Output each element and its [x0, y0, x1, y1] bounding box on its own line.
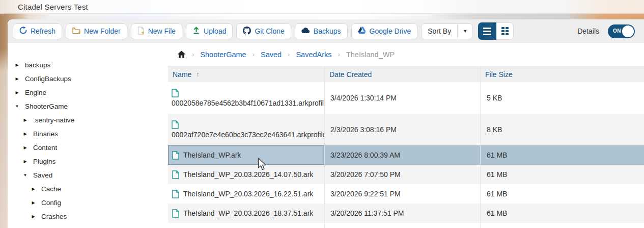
file-name-cell[interactable]: 0002af720e7e4e60bc3c73ec2e463641.arkprof…: [168, 114, 324, 145]
breadcrumb-item[interactable]: ShooterGame: [200, 50, 246, 59]
tree-item-cache[interactable]: ▶Cache: [8, 182, 168, 196]
new-file-button[interactable]: New File: [131, 23, 182, 39]
refresh-button[interactable]: Refresh: [13, 23, 62, 39]
chevron-collapsed-icon[interactable]: ▶: [14, 63, 20, 67]
chevron-collapsed-icon[interactable]: ▶: [14, 77, 20, 81]
sort-ascending-icon: ↑: [196, 70, 200, 78]
tree-item-label: Crashes: [41, 213, 67, 220]
grid-view-button[interactable]: [496, 22, 514, 40]
tree-item-engine[interactable]: ▶Engine: [8, 86, 168, 99]
chevron-collapsed-icon[interactable]: ▶: [22, 145, 28, 150]
table-header: Name ↑ Date Created File Size: [168, 66, 644, 82]
chevron-collapsed-icon[interactable]: ▶: [31, 214, 36, 219]
upload-icon: [192, 27, 200, 36]
column-header-date-created[interactable]: Date Created: [324, 66, 480, 82]
column-header-name[interactable]: Name ↑: [168, 66, 324, 82]
tree-item--sentry-native[interactable]: ▶.sentry-native: [8, 113, 168, 127]
window-title: Citadel Servers Test: [18, 3, 88, 11]
file-name: TheIsland_WP_20.03.2026_18.37.51.ark: [183, 209, 313, 217]
chevron-expanded-icon[interactable]: ▼: [22, 173, 28, 178]
file-name: 0002058e785e4562b3b4f10671ad1331.arkprof…: [172, 99, 324, 107]
tree-item-label: Plugins: [33, 158, 55, 165]
chevron-collapsed-icon[interactable]: ▶: [22, 159, 28, 164]
file-manager-panel: Refresh New Folder New File Upload Git C…: [8, 19, 644, 228]
tree-item-binaries[interactable]: ▶Binaries: [8, 127, 168, 141]
tree-item-config[interactable]: ▶Config: [8, 196, 168, 210]
file-size-cell: 61 MB: [480, 145, 644, 165]
breadcrumb-separator: ›: [192, 50, 194, 58]
tree-item-backups[interactable]: ▶backups: [8, 58, 168, 72]
list-view-button[interactable]: [478, 22, 496, 40]
file-name: TheIsland_WP_20.03.2026_16.22.51.ark: [183, 190, 313, 198]
file-name-cell[interactable]: TheIsland_WP_20.03.2026_14.07.50.ark: [168, 165, 324, 184]
file-icon: [172, 120, 179, 129]
tree-item-plugins[interactable]: ▶Plugins: [8, 155, 168, 168]
file-icon: [172, 190, 179, 198]
table-row[interactable]: TheIsland_WP_20.03.2026_16.22.51.ark3/20…: [168, 184, 644, 204]
file-name-cell[interactable]: 0002058e785e4562b3b4f10671ad1331.arkprof…: [168, 82, 324, 114]
table-row[interactable]: TheIsland_WP.ark3/23/2026 8:00:39 AM61 M…: [168, 145, 644, 165]
tree-item-label: .sentry-native: [33, 116, 74, 124]
file-name: TheIsland_WP.ark: [183, 151, 241, 159]
tree-item-label: Config: [41, 199, 61, 207]
file-name: 0002af720e7e4e60bc3c73ec2e463641.arkprof…: [172, 131, 324, 139]
tree-item-label: Cache: [41, 185, 61, 193]
new-folder-button[interactable]: New Folder: [66, 23, 127, 39]
title-bar: Citadel Servers Test: [0, 0, 644, 14]
table-row[interactable]: 0002058e785e4562b3b4f10671ad1331.arkprof…: [168, 82, 644, 114]
chevron-collapsed-icon[interactable]: ▶: [22, 132, 28, 136]
tree-item-logs[interactable]: ▶Logs: [8, 223, 168, 228]
tree-item-label: Content: [33, 144, 57, 151]
details-label: Details: [577, 27, 599, 35]
upload-button[interactable]: Upload: [186, 23, 233, 39]
details-toggle[interactable]: ON: [608, 24, 635, 38]
tree-item-saved[interactable]: ▼Saved: [8, 168, 168, 182]
file-size-cell: 61 MB: [480, 165, 644, 184]
toggle-knob: [622, 26, 634, 37]
tree-item-label: ConfigBackups: [25, 75, 71, 83]
column-header-file-size[interactable]: File Size: [480, 66, 644, 82]
file-size-cell: 61 MB: [480, 184, 644, 204]
date-created-cell: 3/20/2026 11:37:51 PM: [324, 204, 480, 223]
date-created-cell: 3/20/2026 7:07:50 PM: [324, 165, 480, 184]
table-row[interactable]: 0002af720e7e4e60bc3c73ec2e463641.arkprof…: [168, 114, 644, 145]
cloud-icon: [301, 27, 310, 35]
date-created-cell: 3/23/2026 8:00:39 AM: [324, 145, 480, 165]
chevron-collapsed-icon[interactable]: ▶: [14, 90, 20, 95]
home-icon[interactable]: [177, 50, 186, 58]
file-name-cell[interactable]: TheIsland_WP_20.03.2026_16.22.51.ark: [168, 184, 324, 204]
chevron-collapsed-icon[interactable]: ▶: [22, 118, 28, 122]
chevron-collapsed-icon[interactable]: ▶: [31, 200, 36, 205]
file-icon: [172, 209, 179, 218]
github-icon: [243, 27, 251, 36]
chevron-expanded-icon[interactable]: ▼: [14, 104, 20, 109]
sort-by-control: Sort By ▼: [421, 23, 473, 39]
date-created-cell: 2/3/2026 3:08:16 PM: [324, 114, 480, 145]
table-row[interactable]: TheIsland_WP_20.03.2026_18.37.51.ark3/20…: [168, 204, 644, 223]
tree-item-shootergame[interactable]: ▼ShooterGame: [8, 99, 168, 113]
breadcrumb-item[interactable]: SavedArks: [296, 50, 331, 59]
google-drive-icon: [358, 27, 366, 36]
new-folder-icon: [72, 27, 80, 36]
sort-by-button[interactable]: Sort By: [422, 24, 457, 39]
file-icon: [172, 170, 179, 179]
file-name-cell[interactable]: TheIsland_WP.ark: [168, 145, 324, 165]
file-name-cell[interactable]: TheIsland_WP_20.03.2026_18.37.51.ark: [168, 204, 324, 223]
breadcrumb-current: TheIsland_WP: [346, 50, 395, 59]
file-name: TheIsland_WP_20.03.2026_14.07.50.ark: [183, 170, 313, 179]
table-row[interactable]: TheIsland_WP_20.03.2026_14.07.50.ark3/20…: [168, 165, 644, 184]
chevron-collapsed-icon[interactable]: ▶: [31, 187, 36, 191]
breadcrumb-item[interactable]: Saved: [261, 50, 282, 59]
git-clone-button[interactable]: Git Clone: [236, 23, 291, 39]
list-view-icon: [483, 28, 491, 35]
sort-by-caret-button[interactable]: ▼: [457, 24, 472, 39]
google-drive-button[interactable]: Google Drive: [351, 23, 418, 39]
new-file-icon: [137, 27, 145, 36]
tree-item-label: Binaries: [33, 130, 58, 138]
tree-item-content[interactable]: ▶Content: [8, 141, 168, 155]
tree-item-configbackups[interactable]: ▶ConfigBackups: [8, 72, 168, 86]
backups-button[interactable]: Backups: [295, 23, 348, 39]
tree-item-crashes[interactable]: ▶Crashes: [8, 210, 168, 223]
file-size-cell: 8 KB: [480, 114, 644, 145]
breadcrumb-separator: ›: [253, 50, 255, 58]
